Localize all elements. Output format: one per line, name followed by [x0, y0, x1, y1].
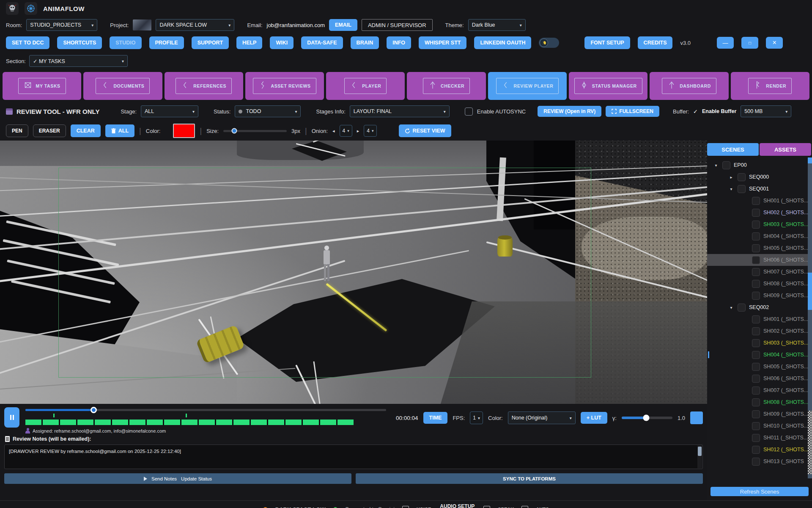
tree-row-shot[interactable]: SH005 (_SHOTS...: [707, 361, 812, 373]
tab-status-manager[interactable]: STATUS MANAGER: [569, 72, 647, 100]
tree-row-shot[interactable]: SH004 (_SHOTS...: [707, 349, 812, 361]
tree-checkbox[interactable]: [752, 387, 760, 395]
tree-row-shot[interactable]: SH002 (_SHOTS...: [707, 207, 812, 218]
tab-review-player[interactable]: REVIEW PLAYER: [488, 72, 567, 100]
eraser-button[interactable]: ERASER: [33, 124, 66, 137]
minimize-button[interactable]: —: [717, 37, 734, 49]
fps-select[interactable]: 1 ▾: [470, 411, 483, 424]
tree-row-shot[interactable]: SH012 (_SHOTS...: [707, 444, 812, 456]
tree-row-shot[interactable]: SH009 (_SHOTS...: [707, 408, 812, 420]
onion-before-select[interactable]: 4 ▾: [340, 125, 352, 137]
tab-my-tasks[interactable]: MY TASKS: [3, 72, 81, 100]
autosync-checkbox[interactable]: [465, 108, 473, 116]
clear-all-button[interactable]: ALL: [105, 124, 134, 137]
sync-platforms-button[interactable]: SYNC TO PLATFORMS: [356, 473, 703, 484]
tab-player[interactable]: PLAYER: [326, 72, 405, 100]
tree-checkbox[interactable]: [752, 197, 760, 205]
tab-documents[interactable]: DOCUMENTS: [83, 72, 162, 100]
tree-checkbox[interactable]: [752, 327, 760, 335]
review-open-rv-button[interactable]: REVIEW (Open in RV): [538, 106, 601, 117]
tree-checkbox[interactable]: [738, 185, 746, 193]
gamma-handle[interactable]: [643, 415, 649, 421]
tree-row-shot[interactable]: SH010 (_SHOTS...: [707, 420, 812, 432]
tree-row-shot[interactable]: SH001 (_SHOTS...: [707, 195, 812, 207]
nav-button-data-safe[interactable]: DATA-SAFE: [301, 36, 343, 49]
tree-checkbox[interactable]: [752, 268, 760, 276]
seek-slider[interactable]: [25, 408, 386, 411]
onion-after-select[interactable]: 4 ▾: [364, 125, 376, 137]
color-mode-select[interactable]: None (Original) ▾: [508, 411, 576, 424]
section-select[interactable]: ✓ MY TASKS ▾: [29, 55, 128, 67]
tree-row-shot[interactable]: SH007 (_SHOTS...: [707, 266, 812, 278]
onion-next-arrow-icon[interactable]: ▸: [357, 128, 359, 134]
tree-row-shot[interactable]: SH011 (_SHOTS...: [707, 432, 812, 444]
room-select[interactable]: STUDIO_PROJECTS ▾: [26, 19, 97, 31]
tree-expander-icon[interactable]: ▸: [728, 175, 734, 179]
tree-expander-icon[interactable]: ▾: [728, 187, 734, 191]
credits-button[interactable]: CREDITS: [638, 36, 673, 49]
nav-button-brain[interactable]: BRAIN: [351, 36, 379, 49]
refresh-scenes-button[interactable]: Refresh Scenes: [710, 487, 809, 496]
tab-asset-reviews[interactable]: ASSET REVIEWS: [245, 72, 324, 100]
tree-row-shot[interactable]: SH001 (_SHOTS...: [707, 313, 812, 325]
pen-button[interactable]: PEN: [6, 124, 28, 137]
restore-button[interactable]: □: [741, 37, 758, 49]
nav-button-help[interactable]: HELP: [236, 36, 262, 49]
auto-checkbox[interactable]: [521, 506, 528, 508]
tree-checkbox[interactable]: [752, 292, 760, 300]
tree-checkbox[interactable]: [752, 351, 760, 359]
notes-scroll-thumb[interactable]: [698, 447, 702, 456]
tab-render[interactable]: RENDER: [731, 72, 809, 100]
notes-scrollbar[interactable]: [697, 445, 702, 468]
nav-button-whisper-stt[interactable]: WHISPER STT: [419, 36, 466, 49]
tree-checkbox[interactable]: [752, 339, 760, 347]
nav-button-wiki[interactable]: WIKI: [270, 36, 294, 49]
tree-checkbox[interactable]: [752, 209, 760, 217]
tree-row-shot[interactable]: SH006 (_SHOTS...: [707, 373, 812, 384]
tree-checkbox[interactable]: [752, 458, 760, 466]
tree-row-shot[interactable]: SH008 (_SHOTS...: [707, 278, 812, 290]
stage-select[interactable]: ALL ▾: [141, 105, 198, 117]
status-select[interactable]: TODO ▾: [235, 105, 301, 117]
nav-button-profile[interactable]: PROFILE: [149, 36, 184, 49]
email-button[interactable]: EMAIL: [329, 19, 357, 31]
tree-checkbox[interactable]: [752, 280, 760, 288]
review-notes-input[interactable]: [DRAWOVER REVIEW by reframe.school@gmail…: [4, 444, 703, 469]
scroll-thumb[interactable]: [808, 157, 812, 163]
tree-row-shot[interactable]: SH005 (_SHOTS...: [707, 242, 812, 254]
tree-expander-icon[interactable]: ▾: [713, 163, 719, 168]
onion-prev-arrow-icon[interactable]: ◂: [332, 128, 335, 134]
voice-checkbox[interactable]: ✓: [402, 506, 409, 508]
frame-cache-bar[interactable]: [25, 420, 354, 425]
tab-assets[interactable]: ASSETS: [760, 143, 811, 156]
reset-view-button[interactable]: RESET VIEW: [399, 124, 451, 137]
font-setup-button[interactable]: FONT SETUP: [584, 36, 630, 49]
scroll-thumb[interactable]: [808, 273, 812, 310]
close-button[interactable]: ×: [766, 37, 783, 49]
theme-select[interactable]: Dark Blue ▾: [468, 19, 526, 31]
tree-row-shot[interactable]: SH008 (_SHOTS...: [707, 396, 812, 408]
tree-row-ep00[interactable]: ▾EP00: [707, 159, 812, 171]
nav-button-support[interactable]: SUPPORT: [192, 36, 229, 49]
tree-checkbox[interactable]: [738, 173, 746, 181]
tree-row-shot[interactable]: SH003 (_SHOTS...: [707, 218, 812, 230]
tree-row-seq000[interactable]: ▸SEQ000: [707, 171, 812, 183]
clear-button[interactable]: CLEAR: [71, 124, 101, 137]
tree-row-shot[interactable]: SH004 (_SHOTS...: [707, 230, 812, 242]
tree-row-shot[interactable]: SH002 (_SHOTS...: [707, 325, 812, 337]
dark-mode-toggle[interactable]: [539, 38, 559, 48]
tree-checkbox[interactable]: [752, 410, 760, 418]
tree-row-shot[interactable]: SH013 (_SHOTS: [707, 456, 812, 467]
tree-checkbox[interactable]: [752, 232, 760, 240]
tree-row-seq002[interactable]: ▾SEQ002: [707, 301, 812, 313]
speak-checkbox[interactable]: [483, 506, 490, 508]
pen-size-slider[interactable]: [223, 130, 287, 132]
tree-row-shot[interactable]: SH006 (_SHOTS...: [707, 254, 812, 266]
tree-checkbox[interactable]: [752, 256, 760, 264]
tree-checkbox[interactable]: [752, 434, 760, 442]
viewport-3d-scene[interactable]: [0, 141, 707, 404]
tab-checker[interactable]: CHECKER: [407, 72, 486, 100]
pen-size-knob[interactable]: [231, 128, 237, 134]
tree-checkbox[interactable]: [752, 315, 760, 323]
project-select[interactable]: DARK SPACE LOW ▾: [156, 19, 234, 31]
